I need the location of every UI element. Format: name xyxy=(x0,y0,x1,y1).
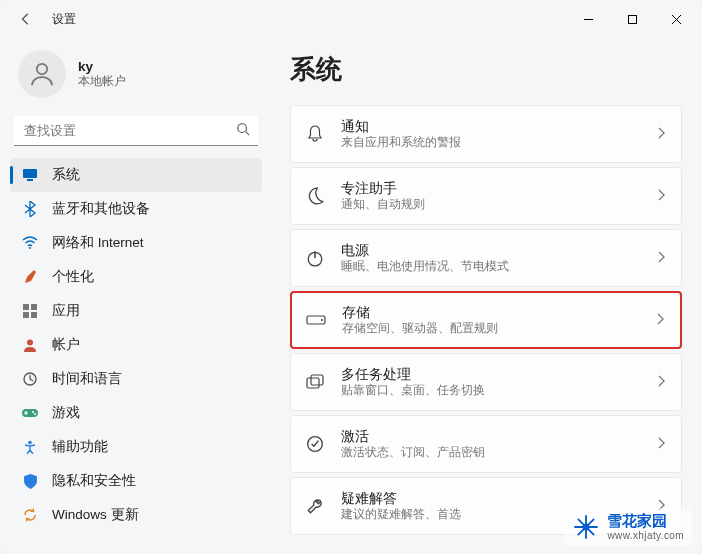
card-subtitle: 贴靠窗口、桌面、任务切换 xyxy=(341,383,641,398)
card-subtitle: 睡眠、电池使用情况、节电模式 xyxy=(341,259,641,274)
account-icon xyxy=(22,337,38,353)
sidebar-item-label: 游戏 xyxy=(52,404,80,422)
watermark: 雪花家园 www.xhjaty.com xyxy=(563,508,692,546)
sidebar-item-privacy[interactable]: 隐私和安全性 xyxy=(10,464,262,498)
card-subtitle: 激活状态、订阅、产品密钥 xyxy=(341,445,641,460)
chevron-right-icon xyxy=(657,125,667,143)
card-title: 存储 xyxy=(342,304,640,322)
activation-icon xyxy=(305,434,325,454)
update-icon xyxy=(22,507,38,523)
svg-rect-4 xyxy=(27,179,33,181)
watermark-brand: 雪花家园 xyxy=(607,513,684,530)
svg-rect-8 xyxy=(23,312,29,318)
svg-point-1 xyxy=(37,64,48,75)
chevron-right-icon xyxy=(657,187,667,205)
svg-point-22 xyxy=(584,524,589,529)
sidebar-item-label: 应用 xyxy=(52,302,80,320)
settings-item-multitasking[interactable]: 多任务处理 贴靠窗口、桌面、任务切换 xyxy=(290,353,682,411)
card-subtitle: 存储空间、驱动器、配置规则 xyxy=(342,321,640,336)
maximize-icon xyxy=(627,14,638,25)
search-input[interactable] xyxy=(14,116,258,146)
chevron-right-icon xyxy=(657,249,667,267)
settings-item-activation[interactable]: 激活 激活状态、订阅、产品密钥 xyxy=(290,415,682,473)
svg-rect-6 xyxy=(23,304,29,310)
page-title: 系统 xyxy=(290,52,682,87)
svg-point-15 xyxy=(28,441,32,445)
settings-item-storage[interactable]: 存储 存储空间、驱动器、配置规则 xyxy=(290,291,682,349)
card-title: 激活 xyxy=(341,428,641,446)
svg-point-5 xyxy=(29,247,31,249)
sidebar-item-label: 隐私和安全性 xyxy=(52,472,136,490)
nav-list: 系统 蓝牙和其他设备 网络和 Internet 个性化 应用 xyxy=(10,158,262,532)
window-title: 设置 xyxy=(52,11,76,28)
sidebar-item-label: 个性化 xyxy=(52,268,94,286)
chevron-right-icon xyxy=(657,435,667,453)
settings-item-focus-assist[interactable]: 专注助手 通知、自动规则 xyxy=(290,167,682,225)
bluetooth-icon xyxy=(22,201,38,217)
apps-icon xyxy=(22,303,38,319)
svg-rect-0 xyxy=(628,15,636,23)
accessibility-icon xyxy=(22,439,38,455)
troubleshoot-icon xyxy=(305,496,325,516)
person-icon xyxy=(27,59,57,89)
sidebar-item-accounts[interactable]: 帐户 xyxy=(10,328,262,362)
close-button[interactable] xyxy=(654,3,698,35)
watermark-url: www.xhjaty.com xyxy=(607,530,684,541)
sidebar-item-system[interactable]: 系统 xyxy=(10,158,262,192)
card-title: 疑难解答 xyxy=(341,490,641,508)
arrow-left-icon xyxy=(19,12,33,26)
close-icon xyxy=(671,14,682,25)
svg-rect-7 xyxy=(31,304,37,310)
card-subtitle: 来自应用和系统的警报 xyxy=(341,135,641,150)
system-icon xyxy=(22,167,38,183)
sidebar-item-personalization[interactable]: 个性化 xyxy=(10,260,262,294)
svg-point-10 xyxy=(27,340,33,346)
profile-subtitle: 本地帐户 xyxy=(78,74,126,89)
profile-name: ky xyxy=(78,59,126,74)
main-panel: 系统 通知 来自应用和系统的警报 专注助手 通知、自动规则 xyxy=(272,38,702,554)
clock-icon xyxy=(22,371,38,387)
profile-block[interactable]: ky 本地帐户 xyxy=(10,46,262,112)
sidebar-item-label: 系统 xyxy=(52,166,80,184)
svg-rect-20 xyxy=(311,375,323,385)
settings-item-notifications[interactable]: 通知 来自应用和系统的警报 xyxy=(290,105,682,163)
sidebar-item-network[interactable]: 网络和 Internet xyxy=(10,226,262,260)
sidebar-item-label: 网络和 Internet xyxy=(52,234,144,252)
svg-point-13 xyxy=(32,411,34,413)
avatar xyxy=(18,50,66,98)
chevron-right-icon xyxy=(657,373,667,391)
sidebar-item-accessibility[interactable]: 辅助功能 xyxy=(10,430,262,464)
titlebar: 设置 xyxy=(0,0,702,38)
moon-icon xyxy=(305,186,325,206)
storage-icon xyxy=(306,310,326,330)
sidebar-item-label: 帐户 xyxy=(52,336,80,354)
chevron-right-icon xyxy=(656,311,666,329)
card-title: 通知 xyxy=(341,118,641,136)
sidebar-item-bluetooth[interactable]: 蓝牙和其他设备 xyxy=(10,192,262,226)
sidebar-item-label: 辅助功能 xyxy=(52,438,108,456)
sidebar: ky 本地帐户 系统 蓝牙和其他设备 xyxy=(0,38,272,554)
svg-point-18 xyxy=(321,319,323,321)
settings-item-power[interactable]: 电源 睡眠、电池使用情况、节电模式 xyxy=(290,229,682,287)
card-title: 专注助手 xyxy=(341,180,641,198)
sidebar-item-time-language[interactable]: 时间和语言 xyxy=(10,362,262,396)
back-button[interactable] xyxy=(14,7,38,31)
game-icon xyxy=(22,405,38,421)
minimize-button[interactable] xyxy=(566,3,610,35)
sidebar-item-gaming[interactable]: 游戏 xyxy=(10,396,262,430)
maximize-button[interactable] xyxy=(610,3,654,35)
power-icon xyxy=(305,248,325,268)
wifi-icon xyxy=(22,235,38,251)
svg-rect-19 xyxy=(307,378,319,388)
sidebar-item-windows-update[interactable]: Windows 更新 xyxy=(10,498,262,532)
svg-point-2 xyxy=(238,124,247,133)
sidebar-item-apps[interactable]: 应用 xyxy=(10,294,262,328)
svg-rect-9 xyxy=(31,312,37,318)
brush-icon xyxy=(22,269,38,285)
bell-icon xyxy=(305,124,325,144)
svg-rect-3 xyxy=(23,169,37,178)
svg-point-14 xyxy=(34,413,36,415)
sidebar-item-label: 时间和语言 xyxy=(52,370,122,388)
sidebar-item-label: 蓝牙和其他设备 xyxy=(52,200,150,218)
snowflake-icon xyxy=(571,512,601,542)
